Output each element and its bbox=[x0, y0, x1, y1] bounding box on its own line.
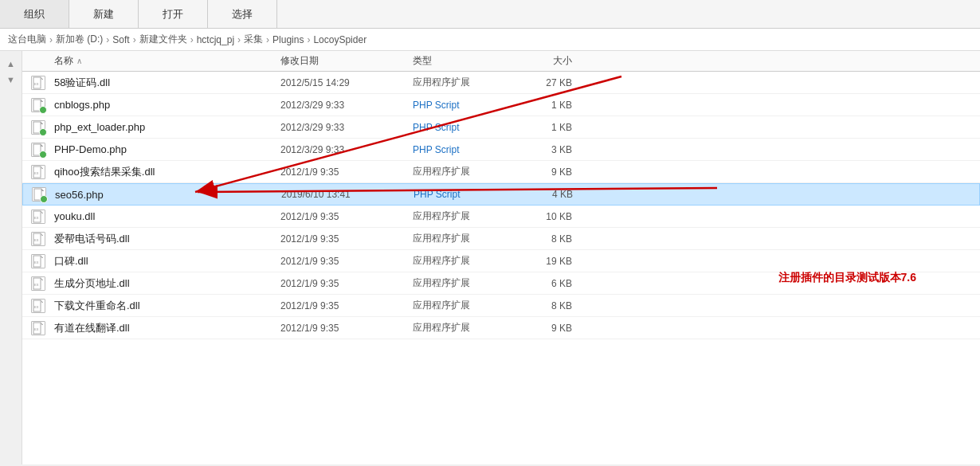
file-type: 应用程序扩展 bbox=[413, 232, 524, 245]
table-row[interactable]: EX qihoo搜索结果采集.dll2012/1/9 9:35应用程序扩展9 K… bbox=[22, 161, 980, 183]
file-name: 58验证码.dll bbox=[54, 76, 277, 90]
breadcrumb-separator: › bbox=[106, 34, 109, 45]
file-type: 应用程序扩展 bbox=[413, 165, 524, 178]
file-size: 8 KB bbox=[524, 300, 588, 311]
breadcrumb: 这台电脑 › 新加卷 (D:) › Soft › 新建文件夹 › hctcjq_… bbox=[0, 29, 980, 51]
col-size-header[interactable]: 大小 bbox=[524, 54, 588, 68]
table-row[interactable]: seo56.php2019/6/10 13:41PHP Script4 KB bbox=[22, 183, 980, 206]
breadcrumb-separator: › bbox=[190, 34, 194, 45]
file-icon-shape bbox=[31, 143, 45, 157]
file-list-container: 名称 ∧ 修改日期 类型 大小 EX 58验证码.dll2012/5/15 14… bbox=[22, 51, 980, 464]
file-date: 2012/3/29 9:33 bbox=[277, 100, 413, 111]
breadcrumb-part[interactable]: 新加卷 (D:) bbox=[56, 33, 103, 46]
breadcrumb-part[interactable]: LocoySpider bbox=[313, 34, 367, 45]
file-icon-shape: EX bbox=[31, 210, 45, 224]
breadcrumb-part[interactable]: 采集 bbox=[244, 33, 263, 46]
file-name: php_ext_loader.php bbox=[54, 121, 277, 133]
breadcrumb-part[interactable]: Plugins bbox=[272, 34, 304, 45]
table-row[interactable]: EX youku.dll2012/1/9 9:35应用程序扩展10 KB bbox=[22, 206, 980, 228]
dll-file-icon: EX bbox=[22, 321, 54, 335]
file-icon-shape: EX bbox=[31, 165, 45, 179]
dll-file-icon: EX bbox=[22, 210, 54, 224]
nav-arrow-up[interactable]: ▲ bbox=[6, 59, 15, 69]
file-icon-shape bbox=[31, 120, 45, 135]
file-type: 应用程序扩展 bbox=[413, 276, 524, 290]
svg-text:EX: EX bbox=[34, 171, 39, 175]
col-date-header[interactable]: 修改日期 bbox=[277, 54, 413, 68]
file-icon-shape: EX bbox=[31, 276, 45, 291]
breadcrumb-separator: › bbox=[237, 34, 241, 45]
toolbar-organize[interactable]: 组织 bbox=[0, 0, 69, 28]
file-date: 2012/1/9 9:35 bbox=[277, 256, 413, 267]
breadcrumb-separator: › bbox=[133, 34, 136, 45]
table-row[interactable]: EX 下载文件重命名.dll2012/1/9 9:35应用程序扩展8 KB bbox=[22, 295, 980, 317]
breadcrumb-part[interactable]: hctcjq_pj bbox=[197, 34, 234, 45]
file-size: 1 KB bbox=[524, 100, 588, 111]
breadcrumb-part[interactable]: 这台电脑 bbox=[8, 33, 46, 46]
file-type: 应用程序扩展 bbox=[413, 210, 524, 223]
svg-text:EX: EX bbox=[34, 260, 39, 264]
breadcrumb-separator: › bbox=[49, 34, 53, 45]
file-type: 应用程序扩展 bbox=[413, 321, 524, 335]
sort-arrow-icon: ∧ bbox=[76, 57, 82, 65]
main-area: ▲ ▼ 名称 ∧ 修改日期 类型 大小 bbox=[0, 51, 980, 464]
file-name: PHP-Demo.php bbox=[54, 143, 277, 155]
col-type-header[interactable]: 类型 bbox=[413, 54, 524, 68]
file-date: 2012/1/9 9:35 bbox=[277, 166, 413, 178]
table-row[interactable]: EX 口碑.dll2012/1/9 9:35应用程序扩展19 KB bbox=[22, 250, 980, 272]
file-name: 口碑.dll bbox=[54, 254, 277, 268]
file-name: cnblogs.php bbox=[54, 99, 277, 111]
file-type: PHP Script bbox=[413, 144, 524, 155]
toolbar-select[interactable]: 选择 bbox=[208, 0, 277, 28]
breadcrumb-separator: › bbox=[307, 34, 310, 45]
file-icon-shape bbox=[31, 98, 45, 112]
file-date: 2012/1/9 9:35 bbox=[277, 323, 413, 334]
file-date: 2012/1/9 9:35 bbox=[277, 211, 413, 222]
table-row[interactable]: EX 58验证码.dll2012/5/15 14:29应用程序扩展27 KB bbox=[22, 72, 980, 94]
table-row[interactable]: cnblogs.php2012/3/29 9:33PHP Script1 KB bbox=[22, 94, 980, 116]
file-date: 2019/6/10 13:41 bbox=[278, 189, 414, 200]
php-file-icon bbox=[22, 143, 54, 157]
file-date: 2012/3/29 9:33 bbox=[277, 144, 413, 155]
dll-file-icon: EX bbox=[22, 254, 54, 268]
file-icon-shape: EX bbox=[31, 76, 45, 90]
file-name: 爱帮电话号码.dll bbox=[54, 232, 277, 246]
file-rows: EX 58验证码.dll2012/5/15 14:29应用程序扩展27 KB c… bbox=[22, 72, 980, 339]
table-row[interactable]: PHP-Demo.php2012/3/29 9:33PHP Script3 KB bbox=[22, 139, 980, 161]
breadcrumb-part[interactable]: 新建文件夹 bbox=[139, 33, 187, 46]
file-size: 4 KB bbox=[525, 189, 589, 200]
file-name: qihoo搜索结果采集.dll bbox=[54, 165, 277, 179]
svg-text:EX: EX bbox=[34, 238, 39, 242]
file-size: 9 KB bbox=[524, 166, 588, 178]
file-icon-shape: EX bbox=[31, 299, 45, 313]
file-date: 2012/5/15 14:29 bbox=[277, 77, 413, 88]
file-date: 2012/1/9 9:35 bbox=[277, 233, 413, 245]
file-size: 3 KB bbox=[524, 144, 588, 155]
file-icon-shape: EX bbox=[31, 232, 45, 246]
file-size: 8 KB bbox=[524, 233, 588, 245]
file-date: 2012/3/29 9:33 bbox=[277, 122, 413, 133]
table-row[interactable]: EX 有道在线翻译.dll2012/1/9 9:35应用程序扩展9 KB bbox=[22, 317, 980, 339]
file-type: 应用程序扩展 bbox=[413, 299, 524, 312]
nav-arrow-down[interactable]: ▼ bbox=[6, 75, 15, 84]
file-size: 19 KB bbox=[524, 256, 588, 267]
svg-text:EX: EX bbox=[34, 82, 39, 86]
annotation-text: 注册插件的目录测试版本7.6 bbox=[778, 271, 916, 285]
breadcrumb-part[interactable]: Soft bbox=[112, 34, 129, 45]
breadcrumb-separator: › bbox=[266, 34, 269, 45]
file-icon-shape bbox=[32, 187, 46, 202]
table-row[interactable]: EX 爱帮电话号码.dll2012/1/9 9:35应用程序扩展8 KB bbox=[22, 228, 980, 250]
dll-file-icon: EX bbox=[22, 76, 54, 90]
php-file-icon bbox=[23, 187, 55, 202]
col-name-header[interactable]: 名称 ∧ bbox=[22, 54, 277, 68]
svg-text:EX: EX bbox=[34, 216, 39, 220]
toolbar-open[interactable]: 打开 bbox=[139, 0, 208, 28]
svg-text:EX: EX bbox=[34, 305, 39, 309]
svg-text:EX: EX bbox=[34, 283, 39, 287]
toolbar-new[interactable]: 新建 bbox=[69, 0, 139, 28]
table-row[interactable]: php_ext_loader.php2012/3/29 9:33PHP Scri… bbox=[22, 116, 980, 139]
dll-file-icon: EX bbox=[22, 299, 54, 313]
file-date: 2012/1/9 9:35 bbox=[277, 300, 413, 311]
file-name: 有道在线翻译.dll bbox=[54, 321, 277, 335]
dll-file-icon: EX bbox=[22, 232, 54, 246]
